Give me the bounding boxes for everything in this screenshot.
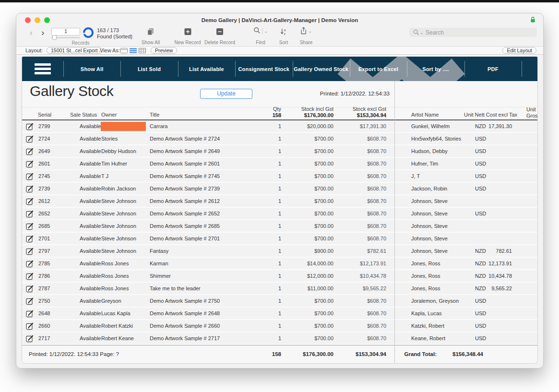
unit-nett-cost-cell[interactable]: 12,173.91 [464,258,512,269]
menu-item-gallery-owned-stock[interactable]: Gallery Owned Stock [293,57,350,81]
owner-cell[interactable]: Debby Hudson [101,145,147,157]
edit-record-button[interactable] [26,260,34,268]
serial-cell[interactable]: 2799 [38,120,61,132]
owner-cell[interactable]: Steve Johnson [101,195,147,207]
edit-record-button[interactable] [26,210,34,218]
currency-cell[interactable]: USD [475,208,490,219]
show-all-button[interactable]: Show All [142,27,160,45]
artist-name-cell[interactable]: Jones, Ross [411,283,473,294]
serial-cell[interactable]: 2787 [38,283,61,294]
title-cell[interactable]: Demo Artwork Sample # 2612 [150,195,260,207]
owner-cell[interactable]: Steve Johnson [101,245,147,257]
menu-item-list-available[interactable]: List Available [178,57,235,81]
stock-excl-gst-cell[interactable]: $608.70 [319,183,386,194]
chevron-down-icon[interactable]: ⌄ [420,31,424,35]
stock-excl-gst-cell[interactable]: $608.70 [319,333,386,344]
currency-cell[interactable]: USD [475,145,490,157]
owner-cell[interactable]: Ross Jones [101,258,147,269]
edit-record-button[interactable] [26,197,34,205]
search-box[interactable]: ⌄ [409,28,537,37]
unit-nett-cost-cell[interactable]: 10,434.78 [464,270,512,282]
table-row[interactable]: 2649AvailableDebby HudsonDemo Artwork Sa… [22,145,537,158]
title-cell[interactable]: Demo Artwork Sample # 2717 [150,333,260,344]
serial-cell[interactable]: 2785 [38,258,61,269]
serial-cell[interactable]: 2786 [38,270,61,282]
table-row[interactable]: 2739AvailableRobin JacksonDemo Artwork S… [22,183,537,195]
title-cell[interactable]: Carrara [150,120,260,132]
artist-name-cell[interactable]: Keane, Robert [411,333,473,344]
stock-excl-gst-cell[interactable]: $608.70 [319,170,386,182]
artist-name-cell[interactable]: J, T [411,170,473,182]
menu-item-export-to-excel[interactable]: Export to Excel [350,57,407,81]
edit-record-button[interactable] [26,185,34,193]
serial-cell[interactable]: 2649 [38,145,61,157]
table-row[interactable]: 2786AvailableRoss JonesShimmer1$12,000.0… [22,270,537,283]
owner-cell[interactable]: Steve Johnson [101,208,147,219]
next-record-button[interactable]: › [41,28,44,37]
table-row[interactable]: 2797AvailableSteve JohnsonFantasy1$900.0… [22,245,537,258]
artist-name-cell[interactable]: Kapla, Lucas [411,308,473,319]
title-cell[interactable]: Demo Artwork Sample # 2745 [150,170,260,182]
artist-name-cell[interactable]: Johnson, Steve [411,245,473,257]
stock-excl-gst-cell[interactable]: $608.70 [319,295,386,307]
owner-cell[interactable]: T J [101,170,147,182]
table-row[interactable]: 2799AvailableCarrara1$20,000.00$17,391.3… [22,120,537,133]
edit-record-button[interactable] [26,147,34,155]
table-row[interactable]: 2601AvailableTim HufnerDemo Artwork Samp… [22,158,537,170]
stock-excl-gst-cell[interactable]: $9,565.22 [319,283,386,294]
edit-record-button[interactable] [26,272,34,280]
owner-cell[interactable]: Greyson [101,295,147,307]
table-row[interactable]: 2750AvailableGreysonDemo Artwork Sample … [22,295,537,308]
currency-cell[interactable]: USD [475,333,490,344]
artist-name-cell[interactable]: Johnson, Steve [411,233,473,244]
artist-name-cell[interactable]: Hufner, Tim [411,158,473,169]
record-slider[interactable] [51,37,80,38]
title-cell[interactable]: Shimmer [150,270,260,282]
currency-cell[interactable]: USD [475,308,490,319]
artist-name-cell[interactable]: Joralemon, Greyson [411,295,473,307]
edit-record-button[interactable] [26,122,34,131]
title-cell[interactable]: Demo Artwork Sample # 2648 [150,308,260,319]
table-row[interactable]: 2685AvailableSteve JohnsonDemo Artwork S… [22,220,537,233]
stock-excl-gst-cell[interactable]: $10,434.78 [319,270,386,282]
table-row[interactable]: 2652AvailableSteve JohnsonDemo Artwork S… [22,208,537,220]
owner-cell[interactable]: Steve Johnson [101,220,147,232]
owner-cell[interactable]: Steve Johnson [101,233,147,244]
serial-cell[interactable]: 2601 [38,158,61,169]
serial-cell[interactable]: 2750 [38,295,61,307]
stock-excl-gst-cell[interactable]: $608.70 [319,133,386,144]
chevron-down-icon[interactable]: ⌄ [264,29,268,34]
title-cell[interactable]: Demo Artwork Sample # 2701 [150,233,260,244]
form-view-icon[interactable] [120,48,128,54]
artist-name-cell[interactable]: Hudson, Debby [411,145,473,157]
share-button[interactable]: ⌄ Share [300,27,313,45]
current-record-field[interactable]: 1 [51,28,80,36]
menu-item-pdf[interactable]: PDF [464,57,522,81]
found-progress-ring-icon[interactable] [83,27,94,38]
edit-layout-button[interactable]: Edit Layout [502,47,536,54]
update-button[interactable]: Update [200,89,252,99]
sort-button[interactable]: az Sort [279,27,288,45]
menu-item-sort-by[interactable]: Sort by .... [407,57,464,81]
owner-cell[interactable]: Ross Jones [101,283,147,294]
owner-cell[interactable]: Robert Keane [101,333,147,344]
artist-name-cell[interactable]: Johnson, Steve [411,208,473,219]
table-row[interactable]: 2701AvailableSteve JohnsonDemo Artwork S… [22,233,537,245]
title-cell[interactable]: Karman [150,258,260,269]
hamburger-menu-button[interactable] [22,57,63,81]
table-row[interactable]: 2648AvailableLucas KaplaDemo Artwork Sam… [22,308,537,320]
edit-record-button[interactable] [26,172,34,180]
title-cell[interactable]: Demo Artwork Sample # 2685 [150,220,260,232]
currency-cell[interactable]: USD [475,320,490,332]
table-row[interactable]: 2612AvailableSteve JohnsonDemo Artwork S… [22,195,537,208]
serial-cell[interactable]: 2797 [38,245,61,257]
edit-record-button[interactable] [26,222,34,230]
list-view-icon[interactable] [130,48,137,54]
title-cell[interactable]: Fantasy [150,245,260,257]
serial-cell[interactable]: 2701 [38,233,61,244]
serial-cell[interactable]: 2648 [38,308,61,319]
edit-record-button[interactable] [26,247,34,255]
title-cell[interactable]: Demo Artwork Sample # 2652 [150,208,260,219]
artist-name-cell[interactable]: Jackson, Robin [411,183,473,194]
serial-cell[interactable]: 2745 [38,170,61,182]
